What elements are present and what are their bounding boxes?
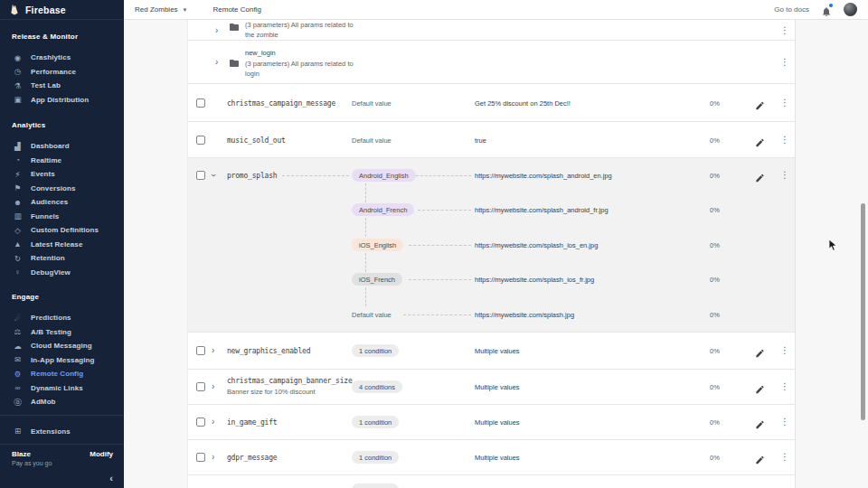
- custom-definitions-icon: ◇: [13, 227, 23, 235]
- more-menu-button[interactable]: ⋮: [780, 418, 789, 427]
- sidebar-item-app-distribution[interactable]: ▣ App Distribution: [0, 93, 124, 108]
- row-checkbox[interactable]: [196, 453, 205, 462]
- sidebar-item-label: Retention: [31, 254, 65, 262]
- parameter-name: gdpr_message: [227, 454, 277, 462]
- sidebar-item-predictions[interactable]: ☄ Predictions: [0, 311, 124, 325]
- more-menu-button[interactable]: ⋮: [780, 171, 789, 180]
- sidebar-item-funnels[interactable]: ▥ Funnels: [0, 210, 124, 224]
- edit-button[interactable]: [755, 171, 765, 181]
- expand-chevron-icon[interactable]: ›: [212, 453, 214, 462]
- connector-dash: [365, 183, 366, 202]
- sidebar-collapse-button[interactable]: ‹: [109, 473, 113, 483]
- sidebar-item-extensions[interactable]: ⊞ Extensions: [0, 423, 124, 439]
- sidebar-item-latest-release[interactable]: ▲ Latest Release: [0, 238, 124, 252]
- group-name: new_login: [245, 49, 276, 57]
- in-app-messaging-icon: ✉: [13, 356, 23, 364]
- sidebar-item-retention[interactable]: ↻ Retention: [0, 251, 124, 266]
- vertical-scrollbar-thumb[interactable]: [861, 203, 865, 420]
- sidebar-item-audiences[interactable]: ☻ Audiences: [0, 195, 124, 210]
- more-menu-button[interactable]: ⋮: [780, 346, 789, 355]
- firebase-logo[interactable]: Firebase: [0, 0, 124, 20]
- predictions-icon: ☄: [13, 314, 23, 323]
- debugview-icon: ♀: [13, 268, 23, 277]
- user-avatar[interactable]: [844, 3, 857, 16]
- conditions-count-badge: 1 condition: [352, 416, 399, 428]
- group-description: login: [245, 70, 259, 78]
- top-header: Red Zombies ▼ Remote Config Go to docs: [124, 0, 868, 20]
- more-menu-button[interactable]: ⋮: [780, 453, 789, 462]
- sidebar-item-admob[interactable]: ⓐ AdMob: [0, 395, 124, 409]
- sidebar-item-label: Performance: [31, 68, 76, 76]
- table-row-parameter: › christmas_campaign_banner_size Banner …: [188, 370, 795, 405]
- expand-chevron-icon[interactable]: ›: [212, 418, 214, 427]
- sidebar-item-dashboard[interactable]: ▟ Dashboard: [0, 139, 124, 154]
- latest-release-icon: ▲: [13, 240, 23, 249]
- parameter-name: promo_splash: [227, 172, 277, 180]
- rollout-percent: 0%: [710, 454, 720, 462]
- expand-chevron-icon[interactable]: ›: [212, 346, 214, 355]
- collapse-chevron-icon[interactable]: ›: [209, 174, 218, 176]
- more-menu-button[interactable]: ⋮: [780, 136, 789, 145]
- expand-chevron-icon[interactable]: ›: [215, 58, 218, 67]
- connector-dash: [365, 218, 366, 237]
- sidebar-item-realtime[interactable]: ◔ Realtime: [0, 154, 124, 168]
- sidebar-item-cloud-messaging[interactable]: ☁ Cloud Messaging: [0, 339, 124, 353]
- expand-chevron-icon[interactable]: ›: [215, 26, 218, 35]
- condition-pill: iOS_English: [352, 239, 403, 251]
- sidebar-item-in-app-messaging[interactable]: ✉ In-App Messaging: [0, 353, 124, 368]
- project-selector[interactable]: Red Zombies ▼: [135, 5, 188, 14]
- sidebar-item-dynamic-links[interactable]: ∞ Dynamic Links: [0, 381, 124, 396]
- go-to-docs-link[interactable]: Go to docs: [774, 5, 809, 14]
- firebase-flame-icon: [10, 4, 19, 15]
- rollout-percent: 0%: [710, 172, 720, 180]
- sidebar-item-test-lab[interactable]: ⚗ Test Lab: [0, 79, 124, 93]
- notification-badge: [829, 4, 833, 7]
- edit-button[interactable]: [755, 98, 765, 108]
- connector-dash: [409, 245, 471, 246]
- edit-button[interactable]: [755, 418, 765, 427]
- edit-button[interactable]: [755, 346, 765, 356]
- sidebar-item-ab-testing[interactable]: ⚖ A/B Testing: [0, 325, 124, 340]
- expand-chevron-icon[interactable]: ›: [212, 382, 214, 391]
- connector-dash: [418, 210, 471, 211]
- condition-pill: Android_French: [352, 203, 414, 216]
- rollout-percent: 0%: [710, 136, 720, 144]
- row-checkbox[interactable]: [196, 382, 205, 391]
- modify-plan-button[interactable]: Modify: [90, 450, 113, 458]
- more-menu-button[interactable]: ⋮: [780, 382, 789, 391]
- more-menu-button[interactable]: ⋮: [780, 26, 789, 35]
- row-checkbox[interactable]: [196, 346, 205, 355]
- parameter-value: Multiple values: [475, 383, 520, 391]
- parameter-value: Multiple values: [475, 418, 520, 427]
- connector-dash: [409, 279, 471, 280]
- sidebar-item-remote-config[interactable]: ⚙ Remote Config: [0, 367, 124, 381]
- condition-value: https://mywebsite.com/splash_ios_fr.jpg: [475, 276, 594, 284]
- row-checkbox[interactable]: [196, 136, 205, 145]
- row-checkbox[interactable]: [196, 171, 205, 180]
- section-extensions: ⊞ Extensions: [0, 415, 124, 439]
- row-checkbox[interactable]: [196, 418, 205, 427]
- dynamic-links-icon: ∞: [13, 384, 23, 392]
- parameter-value: true: [475, 136, 486, 144]
- realtime-icon: ◔: [13, 156, 23, 164]
- sidebar-item-label: Realtime: [31, 156, 61, 164]
- sidebar-item-label: Dynamic Links: [31, 384, 83, 392]
- edit-button[interactable]: [755, 135, 765, 145]
- edit-button[interactable]: [755, 382, 765, 392]
- parameter-name: music_sold_out: [227, 136, 286, 144]
- edit-button[interactable]: [755, 453, 765, 463]
- sidebar-item-events[interactable]: ⚡ Events: [0, 167, 124, 182]
- sidebar-item-conversions[interactable]: ⚑ Conversions: [0, 182, 124, 196]
- notifications-bell-icon[interactable]: [821, 5, 832, 15]
- group-description: the zombie: [245, 31, 278, 39]
- sidebar-item-label: Funnels: [31, 212, 59, 221]
- row-checkbox[interactable]: [196, 99, 205, 108]
- sidebar-item-debugview[interactable]: ♀ DebugView: [0, 266, 124, 280]
- more-menu-button[interactable]: ⋮: [780, 58, 789, 67]
- condition-value: https://mywebsite.com/splash_android_en.…: [475, 172, 612, 180]
- sidebar-item-performance[interactable]: ◷ Performance: [0, 65, 124, 80]
- sidebar-item-crashlytics[interactable]: ◉ Crashlytics: [0, 51, 124, 65]
- sidebar-item-custom-definitions[interactable]: ◇ Custom Definitions: [0, 223, 124, 238]
- rollout-percent: 0%: [710, 99, 720, 107]
- more-menu-button[interactable]: ⋮: [780, 99, 789, 108]
